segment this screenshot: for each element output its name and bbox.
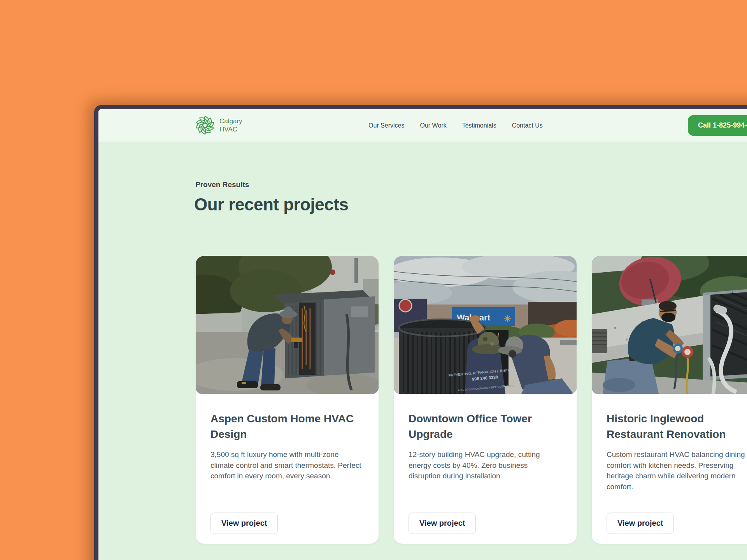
project-description: 3,500 sq ft luxury home with multi-zone …	[210, 449, 363, 481]
brand-name: Calgary HVAC	[219, 117, 242, 133]
site-header: Calgary HVAC Our Services Our Work Testi…	[98, 109, 747, 142]
project-description: 12-story building HVAC upgrade, cutting …	[409, 449, 561, 481]
project-card-aspen: Aspen Custom Home HVAC Design 3,500 sq f…	[196, 256, 379, 544]
browser-window: Calgary HVAC Our Services Our Work Testi…	[94, 105, 747, 560]
section-eyebrow: Proven Results	[195, 180, 249, 189]
project-card-downtown: Walmart ✳	[394, 256, 577, 544]
project-photo-historic-gauges-technician	[592, 256, 747, 394]
main-nav: Our Services Our Work Testimonials Conta…	[368, 109, 543, 142]
nav-testimonials[interactable]: Testimonials	[462, 122, 496, 129]
view-project-button-downtown[interactable]: View project	[409, 513, 476, 534]
project-title: Historic Inglewood Restaurant Renovation	[607, 411, 747, 442]
project-cards-row: Aspen Custom Home HVAC Design 3,500 sq f…	[196, 256, 747, 544]
project-description: Custom restaurant HVAC balancing dining …	[607, 449, 747, 492]
website-page: Calgary HVAC Our Services Our Work Testi…	[98, 109, 747, 560]
project-photo-aspen-rooftop-technician	[196, 256, 379, 394]
nav-our-services[interactable]: Our Services	[368, 122, 404, 129]
project-title: Aspen Custom Home HVAC Design	[210, 411, 363, 442]
section-title: Our recent projects	[194, 195, 348, 214]
project-title: Downtown Office Tower Upgrade	[409, 411, 561, 442]
project-card-historic: Historic Inglewood Restaurant Renovation…	[592, 256, 747, 544]
view-project-button-historic[interactable]: View project	[607, 513, 674, 534]
call-phone-button[interactable]: Call 1-825-994-	[688, 115, 747, 136]
brand-logo[interactable]: Calgary HVAC	[195, 115, 242, 136]
nav-contact-us[interactable]: Contact Us	[512, 122, 543, 129]
project-photo-downtown-condenser-walmart: Walmart ✳	[394, 256, 577, 394]
view-project-button-aspen[interactable]: View project	[210, 513, 278, 534]
swirl-logo-icon	[195, 115, 216, 136]
nav-our-work[interactable]: Our Work	[420, 122, 446, 129]
